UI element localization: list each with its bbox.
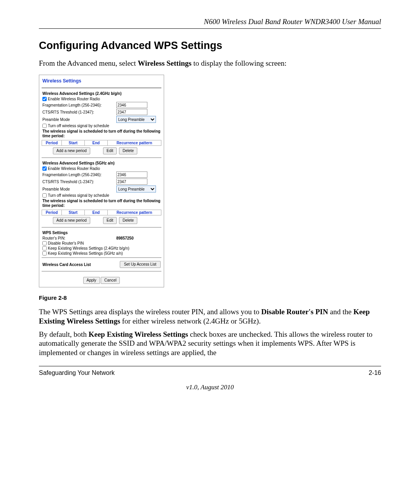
intro-prefix: From the Advanced menu, select: [39, 59, 138, 67]
intro-bold: Wireless Settings: [138, 59, 191, 67]
preamble-24-row: Preamble Mode Long Preamble: [42, 116, 161, 123]
add-period-24-button[interactable]: Add a new period: [53, 147, 90, 154]
disable-pin-checkbox[interactable]: [42, 241, 47, 245]
cts-5-label: CTS/RTS Threshold (1-2347):: [42, 180, 116, 184]
turnoff-5-checkbox[interactable]: [42, 193, 47, 198]
cts-24-row: CTS/RTS Threshold (1-2347):: [42, 108, 161, 116]
p2-a: By default, both: [39, 330, 89, 338]
frag-5-input[interactable]: [116, 172, 147, 178]
p1-e: for either wireless network (2.4GHz or 5…: [120, 317, 261, 325]
intro-suffix: to display the following screen:: [191, 59, 286, 67]
frag-5-label: Fragmentation Length (256-2346):: [42, 173, 116, 177]
version-line: v1.0, August 2010: [39, 383, 381, 391]
header-rule: [39, 28, 381, 29]
keep-5-label: Keep Existing Wireless Settings (5GHz a/…: [48, 251, 123, 256]
turnoff-24-checkbox[interactable]: [42, 124, 47, 128]
pin-label: Router's PIN:: [42, 236, 116, 240]
footer-line: Safeguarding Your Network 2-16: [39, 369, 381, 376]
paragraph-2: By default, both Keep Existing Wireless …: [39, 330, 381, 357]
schedule-header-row: Period Start End Recurrence pattern: [42, 140, 161, 146]
col-recur-5: Recurrence pattern: [108, 210, 161, 215]
turnoff-24-row: Turn off wireless signal by schedule: [42, 123, 161, 128]
enable-radio-5-checkbox[interactable]: [42, 166, 47, 171]
col-period-5: Period: [42, 210, 62, 215]
frag-24-label: Fragmentation Length (256-2346):: [42, 103, 116, 107]
edit-period-5-button[interactable]: Edit: [103, 217, 117, 224]
preamble-24-select[interactable]: Long Preamble: [116, 116, 156, 123]
turnoff-5-label: Turn off wireless signal by schedule: [48, 193, 109, 198]
delete-period-24-button[interactable]: Delete: [119, 147, 137, 154]
col-period: Period: [42, 140, 62, 146]
turnoff-24-label: Turn off wireless signal by schedule: [48, 124, 109, 128]
access-label: Wireless Card Access List: [42, 262, 91, 267]
schedule-table-5: Period Start End Recurrence pattern: [42, 210, 161, 215]
p1-b: Disable Router's PIN: [261, 308, 328, 316]
enable-radio-24-checkbox[interactable]: [42, 97, 47, 101]
p1-c: and the: [328, 308, 354, 316]
cts-24-input[interactable]: [116, 109, 147, 115]
preamble-5-label: Preamble Mode: [42, 187, 116, 191]
preamble-5-select[interactable]: Long Preamble: [116, 186, 156, 192]
footer-rule: Safeguarding Your Network 2-16: [39, 366, 381, 376]
p2-b: Keep Existing Wireless Settings: [89, 330, 188, 338]
add-period-5-button[interactable]: Add a new period: [53, 217, 90, 224]
delete-period-5-button[interactable]: Delete: [119, 217, 137, 224]
section-24ghz-title: Wireless Advanced Settings (2.4GHz b/g/n…: [42, 90, 161, 96]
enable-radio-24-label: Enable Wireless Router Radio: [48, 97, 100, 101]
frag-24-row: Fragmentation Length (256-2346):: [42, 102, 161, 108]
enable-radio-5-row: Enable Wireless Router Radio: [42, 166, 161, 171]
disable-pin-label: Disable Router's PIN: [48, 241, 84, 245]
col-end: End: [85, 140, 108, 146]
keep-5-checkbox[interactable]: [42, 251, 47, 256]
frag-24-input[interactable]: [116, 102, 147, 108]
col-recur: Recurrence pattern: [108, 140, 161, 146]
paragraph-1: The WPS Settings area displays the wirel…: [39, 307, 381, 326]
figure-caption: Figure 2-8: [39, 294, 381, 301]
schedule-header-row-5: Period Start End Recurrence pattern: [42, 210, 161, 215]
disable-pin-row: Disable Router's PIN: [42, 241, 161, 246]
setup-access-button[interactable]: Set Up Access List: [120, 261, 161, 268]
cts-5-row: CTS/RTS Threshold (1-2347):: [42, 178, 161, 185]
cancel-button[interactable]: Cancel: [101, 277, 120, 284]
p1-a: The WPS Settings area displays the wirel…: [39, 308, 261, 316]
enable-radio-5-label: Enable Wireless Router Radio: [48, 166, 100, 171]
divider: [42, 227, 161, 228]
divider: [42, 257, 161, 258]
cts-24-label: CTS/RTS Threshold (1-2347):: [42, 110, 116, 114]
divider: [42, 158, 161, 158]
enable-radio-24-row: Enable Wireless Router Radio: [42, 96, 161, 102]
apply-button[interactable]: Apply: [83, 277, 100, 284]
footer-left: Safeguarding Your Network: [39, 369, 115, 376]
schedule-note-24: The wireless signal is scheduled to turn…: [42, 128, 161, 139]
frag-5-row: Fragmentation Length (256-2346):: [42, 171, 161, 178]
keep-24-label: Keep Existing Wireless Settings (2.4GHz …: [48, 246, 130, 250]
footer-right: 2-16: [369, 369, 381, 376]
edit-period-24-button[interactable]: Edit: [103, 147, 117, 154]
pin-value: 89857250: [116, 236, 161, 240]
keep-24-checkbox[interactable]: [42, 246, 47, 250]
intro-paragraph: From the Advanced menu, select Wireless …: [39, 59, 381, 68]
col-end-5: End: [85, 210, 108, 215]
wps-title: WPS Settings: [42, 229, 161, 236]
section-heading: Configuring Advanced WPS Settings: [39, 40, 381, 52]
pin-row: Router's PIN: 89857250: [42, 236, 161, 241]
keep-24-row: Keep Existing Wireless Settings (2.4GHz …: [42, 246, 161, 251]
turnoff-5-row: Turn off wireless signal by schedule: [42, 193, 161, 198]
schedule-note-5: The wireless signal is scheduled to turn…: [42, 198, 161, 209]
keep-5-row: Keep Existing Wireless Settings (5GHz a/…: [42, 251, 161, 256]
doc-header: N600 Wireless Dual Band Router WNDR3400 …: [39, 18, 381, 26]
schedule-table-24: Period Start End Recurrence pattern: [42, 140, 161, 146]
access-row: Wireless Card Access List Set Up Access …: [42, 259, 161, 270]
cts-5-input[interactable]: [116, 178, 147, 185]
preamble-24-label: Preamble Mode: [42, 117, 116, 122]
preamble-5-row: Preamble Mode Long Preamble: [42, 185, 161, 193]
section-5ghz-title: Wireless Advanced Settings (5GHz a/n): [42, 159, 161, 166]
divider: [42, 271, 161, 271]
col-start-5: Start: [62, 210, 85, 215]
screenshot-panel: Wireless Settings Wireless Advanced Sett…: [39, 75, 164, 287]
panel-title: Wireless Settings: [42, 77, 161, 88]
col-start: Start: [62, 140, 85, 146]
